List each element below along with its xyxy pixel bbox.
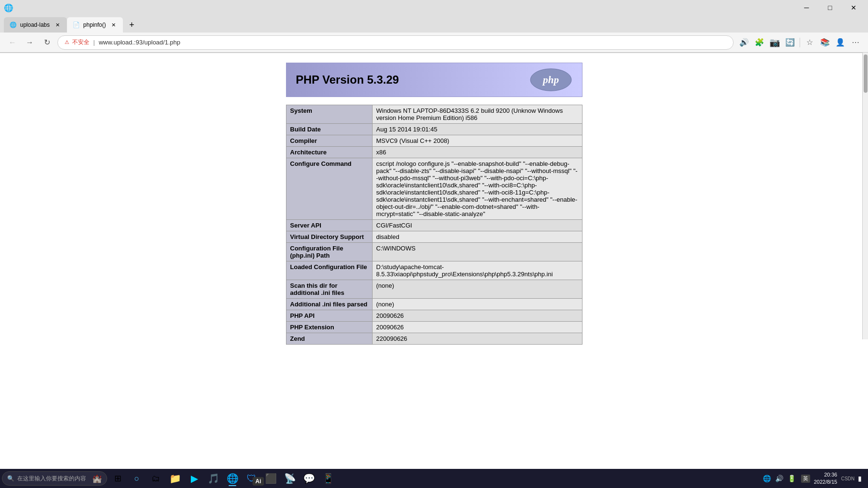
menu-icon[interactable]: ⋯ <box>849 36 862 49</box>
table-row: PHP API20090626 <box>286 310 582 322</box>
tab-favicon-upload-labs: 🌐 <box>10 22 16 28</box>
security-icon: ⚠ <box>65 39 69 45</box>
edge-app[interactable]: 🌐 <box>224 470 241 487</box>
divider <box>800 38 800 47</box>
table-cell-value: cscript /nologo configure.js "--enable-s… <box>372 158 582 220</box>
table-cell-label: Architecture <box>286 147 372 158</box>
minimize-button[interactable]: ─ <box>796 1 817 14</box>
maximize-button[interactable]: □ <box>819 1 841 14</box>
favorites-icon[interactable]: ☆ <box>803 36 816 49</box>
table-row: Zend220090626 <box>286 333 582 345</box>
network-icon[interactable]: 🌐 <box>761 474 772 483</box>
taskbar-clock: 20:36 2022/8/15 <box>814 471 837 486</box>
address-bar: ← → ↻ ⚠ 不安全 | www.upload.:93/upload/1.ph… <box>0 33 868 53</box>
start-button[interactable]: ⊞ <box>109 470 126 487</box>
show-desktop-icon[interactable]: ▮ <box>857 474 863 483</box>
table-cell-label: Additional .ini files parsed <box>286 299 372 310</box>
profile-icon[interactable]: 👤 <box>834 36 847 49</box>
media-player-app[interactable]: ▶ <box>186 470 203 487</box>
taskbar-date-value: 2022/8/15 <box>814 478 837 486</box>
wechat-app[interactable]: 💬 <box>300 470 318 487</box>
lang-indicator[interactable]: 英 <box>801 475 810 483</box>
terminal-app[interactable]: ⬛ <box>262 470 279 487</box>
table-row: PHP Extension20090626 <box>286 322 582 333</box>
php-header: PHP Version 5.3.29 php <box>286 63 582 97</box>
php-version-title: PHP Version 5.3.29 <box>296 73 399 87</box>
tab-close-phpinfo[interactable]: ✕ <box>110 21 117 29</box>
security-label: 不安全 <box>72 38 89 46</box>
netease-app[interactable]: 🎵 <box>205 470 222 487</box>
close-button[interactable]: ✕ <box>843 1 864 14</box>
collections-icon[interactable]: 📷 <box>768 36 781 49</box>
table-cell-value: MSVC9 (Visual C++ 2008) <box>372 135 582 147</box>
table-cell-label: Zend <box>286 333 372 345</box>
table-cell-value: D:\study\apache-tomcat-8.5.33\xiaopi\php… <box>372 261 582 280</box>
table-cell-label: System <box>286 105 372 124</box>
search-icon: 🔍 <box>7 475 14 482</box>
table-cell-label: PHP API <box>286 310 372 322</box>
table-cell-value: (none) <box>372 280 582 299</box>
tab-upload-labs[interactable]: 🌐 upload-labs ✕ <box>4 17 67 33</box>
taskbar: 🔍 在这里输入你要搜索的内容 🏰 ⊞ ○ 🗂 📁 ▶ 🎵 🌐 🛡 ⬛ 📡 💬 📱… <box>0 469 868 488</box>
forward-button[interactable]: → <box>23 36 36 49</box>
table-cell-label: Configuration File (php.ini) Path <box>286 243 372 261</box>
taskbar-right: 🌐 🔊 🔋 英 20:36 2022/8/15 CSDN ▮ <box>761 471 866 486</box>
volume-icon[interactable]: 🔊 <box>774 474 785 483</box>
table-cell-value: 20090626 <box>372 310 582 322</box>
table-row: Build DateAug 15 2014 19:01:45 <box>286 124 582 135</box>
file-explorer-app[interactable]: 📁 <box>166 470 184 487</box>
table-row: Additional .ini files parsed(none) <box>286 299 582 310</box>
refresh-button[interactable]: ↻ <box>40 36 54 49</box>
php-logo: php <box>529 68 572 92</box>
ai-indicator: Ai <box>253 477 264 486</box>
tab-close-upload-labs[interactable]: ✕ <box>54 21 61 29</box>
title-bar: 🌐 ─ □ ✕ <box>0 0 868 15</box>
phpinfo-container: PHP Version 5.3.29 php SystemWindows NT … <box>286 63 582 460</box>
battery-icon[interactable]: 🔋 <box>786 474 797 483</box>
table-row: Configure Commandcscript /nologo configu… <box>286 158 582 220</box>
phone-app[interactable]: 📱 <box>319 470 337 487</box>
address-input[interactable]: ⚠ 不安全 | www.upload.:93/upload/1.php <box>57 35 734 50</box>
filezilla-app[interactable]: 📡 <box>281 470 298 487</box>
taskbar-time-value: 20:36 <box>814 471 837 478</box>
read-aloud-icon[interactable]: 🔊 <box>737 36 751 49</box>
table-cell-value: CGI/FastCGI <box>372 220 582 231</box>
back-button[interactable]: ← <box>6 36 19 49</box>
table-cell-label: Build Date <box>286 124 372 135</box>
new-tab-button[interactable]: + <box>125 18 138 32</box>
table-row: Server APICGI/FastCGI <box>286 220 582 231</box>
task-view-button[interactable]: 🗂 <box>147 470 165 487</box>
csdn-label: CSDN <box>841 476 855 481</box>
table-row: CompilerMSVC9 (Visual C++ 2008) <box>286 135 582 147</box>
table-row: Configuration File (php.ini) PathC:\WIND… <box>286 243 582 261</box>
table-row: Scan this dir for additional .ini files(… <box>286 280 582 299</box>
refresh-icon[interactable]: 🔄 <box>783 36 797 49</box>
tab-favicon-phpinfo: 📄 <box>73 22 79 28</box>
tab-bar: 🌐 upload-labs ✕ 📄 phpinfo() ✕ + <box>0 15 868 33</box>
search-button[interactable]: ○ <box>128 470 145 487</box>
table-cell-label: Scan this dir for additional .ini files <box>286 280 372 299</box>
table-cell-label: Server API <box>286 220 372 231</box>
table-cell-label: Compiler <box>286 135 372 147</box>
taskbar-search[interactable]: 🔍 在这里输入你要搜索的内容 🏰 <box>2 471 107 486</box>
table-cell-value: (none) <box>372 299 582 310</box>
url-separator: | <box>93 39 95 46</box>
extensions-icon[interactable]: 🧩 <box>753 36 766 49</box>
table-cell-value: Aug 15 2014 19:01:45 <box>372 124 582 135</box>
table-cell-value: C:\WINDOWS <box>372 243 582 261</box>
collections2-icon[interactable]: 📚 <box>818 36 832 49</box>
window-controls: ─ □ ✕ <box>796 1 864 14</box>
table-row: SystemWindows NT LAPTOP-86D4333S 6.2 bui… <box>286 105 582 124</box>
table-cell-label: Virtual Directory Support <box>286 231 372 243</box>
scrollbar-thumb[interactable] <box>864 54 868 93</box>
tab-title-phpinfo: phpinfo() <box>83 22 106 28</box>
toolbar-icons: 🔊 🧩 📷 🔄 ☆ 📚 👤 ⋯ <box>737 36 862 49</box>
svg-text:php: php <box>542 74 559 86</box>
table-cell-value: x86 <box>372 147 582 158</box>
scrollbar[interactable] <box>862 53 868 339</box>
tab-phpinfo[interactable]: 📄 phpinfo() ✕ <box>67 17 123 33</box>
table-row: Virtual Directory Supportdisabled <box>286 231 582 243</box>
table-cell-value: disabled <box>372 231 582 243</box>
table-cell-label: Configure Command <box>286 158 372 220</box>
page-content: PHP Version 5.3.29 php SystemWindows NT … <box>0 53 868 469</box>
